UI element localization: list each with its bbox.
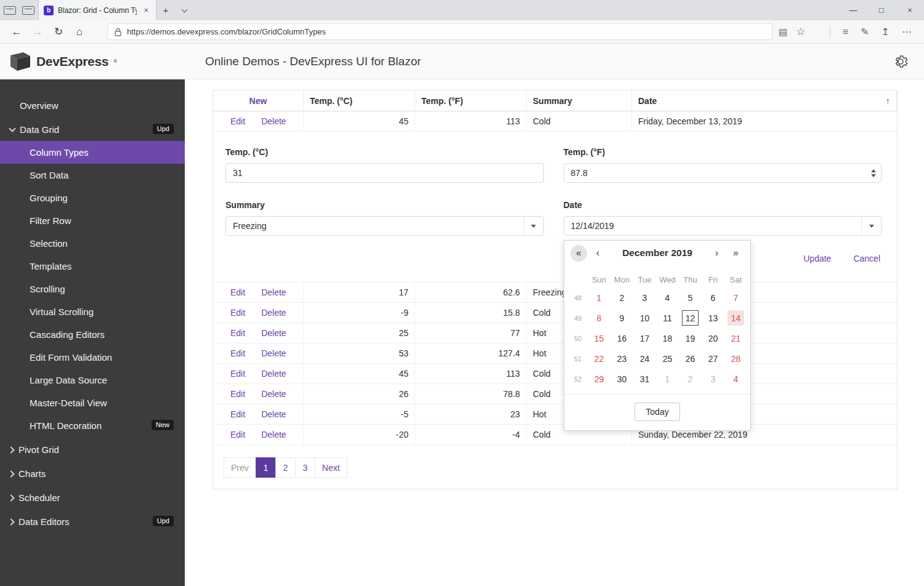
edit-link[interactable]: Edit [230,369,245,379]
calendar-day[interactable]: 1 [656,369,679,389]
sidebar-item-grouping[interactable]: Grouping [0,187,185,209]
calendar-day[interactable]: 11 [656,308,679,328]
calendar-day[interactable]: 24 [633,348,656,369]
prev-month-button[interactable]: ‹ [590,245,606,262]
calendar-day[interactable]: 2 [610,287,633,308]
pager-page-3[interactable]: 3 [295,457,315,478]
calendar-day[interactable]: 10 [633,308,656,328]
calendar-day[interactable]: 18 [656,328,679,348]
more-options-icon[interactable]: ⋯ [902,26,912,38]
calendar-day[interactable]: 7 [724,287,747,308]
date-dropdown-button[interactable] [861,217,881,235]
edit-link[interactable]: Edit [230,430,245,440]
sidebar-item-overview[interactable]: Overview [0,94,185,117]
sidebar-item-pivot-grid[interactable]: Pivot Grid [0,438,185,461]
sidebar-item-cascading-editors[interactable]: Cascading Editors [0,323,185,346]
tab-preview-icon[interactable] [4,6,16,15]
date-input[interactable]: 12/14/2019 [564,216,882,236]
update-button[interactable]: Update [803,254,831,263]
delete-link[interactable]: Delete [261,116,286,126]
calendar-day[interactable]: 6 [702,287,724,308]
favorite-star-icon[interactable]: ☆ [796,25,805,38]
window-close-button[interactable]: × [896,0,924,20]
home-button[interactable]: ⌂ [69,23,90,41]
calendar-day[interactable]: 9 [610,308,633,328]
sidebar-item-sort-data[interactable]: Sort Data [0,164,185,187]
delete-link[interactable]: Delete [261,308,286,318]
sidebar-item-charts[interactable]: Charts [0,462,185,485]
annotate-pen-icon[interactable]: ✎ [861,26,869,38]
new-tab-button[interactable]: + [156,0,175,20]
sidebar-item-edit-form-validation[interactable]: Edit Form Validation [0,346,185,369]
edit-link[interactable]: Edit [230,287,245,297]
forward-button[interactable]: → [27,23,48,41]
reading-view-icon[interactable]: ▤ [779,26,787,38]
edit-link[interactable]: Edit [230,116,245,126]
url-field[interactable]: https://demos.devexpress.com/blazor/Grid… [107,23,772,40]
edit-link[interactable]: Edit [230,308,245,318]
sidebar-item-data-editors[interactable]: Data Editors Upd [0,510,185,533]
calendar-day[interactable]: 4 [656,287,679,308]
sidebar-item-scheduler[interactable]: Scheduler [0,486,185,509]
calendar-day[interactable]: 19 [679,328,702,348]
gear-icon[interactable] [893,54,908,69]
pager-page-1[interactable]: 1 [256,457,276,478]
edit-link[interactable]: Edit [230,328,245,338]
calendar-day[interactable]: 29 [588,369,610,389]
set-tabs-aside-icon[interactable] [22,6,34,15]
delete-link[interactable]: Delete [261,409,286,419]
calendar-title[interactable]: December 2019 [609,247,706,259]
calendar-day[interactable]: 15 [588,328,610,348]
combo-dropdown-button[interactable] [524,217,543,235]
calendar-day[interactable]: 13 [702,308,724,328]
edit-link[interactable]: Edit [230,409,245,419]
delete-link[interactable]: Delete [261,389,286,399]
new-button[interactable]: New [249,96,267,106]
calendar-day[interactable]: 8 [588,308,610,328]
delete-link[interactable]: Delete [261,348,286,358]
delete-link[interactable]: Delete [261,328,286,338]
delete-link[interactable]: Delete [261,430,286,440]
edit-link[interactable]: Edit [230,348,245,358]
calendar-day[interactable]: 4 [724,369,747,389]
spin-down-icon[interactable] [871,174,876,177]
calendar-day[interactable]: 3 [702,369,724,389]
column-header-temp-f[interactable]: Temp. (°F) [415,90,527,111]
devexpress-logo[interactable]: DevExpress® [9,52,117,71]
edit-link[interactable]: Edit [230,389,245,399]
browser-tab[interactable]: b Blazor: Grid - Column Ty × [38,0,156,20]
sidebar-item-filter-row[interactable]: Filter Row [0,209,185,232]
calendar-day[interactable]: 23 [610,348,633,369]
sidebar-item-selection[interactable]: Selection [0,232,185,255]
sidebar-item-scrolling[interactable]: Scrolling [0,278,185,300]
back-button[interactable]: ← [6,23,27,41]
calendar-day[interactable]: 5 [679,287,702,308]
next-year-button[interactable]: » [727,245,744,262]
pager-prev[interactable]: Prev [224,457,256,478]
column-header-date[interactable]: Date ↑ [632,90,897,111]
calendar-day[interactable]: 17 [633,328,656,348]
sort-asc-icon[interactable]: ↑ [886,95,891,106]
calendar-day[interactable]: 28 [724,348,747,369]
delete-link[interactable]: Delete [261,369,286,379]
share-icon[interactable]: ↥ [881,26,890,38]
pager-next[interactable]: Next [315,457,347,478]
calendar-day[interactable]: 3 [633,287,656,308]
sidebar-item-templates[interactable]: Templates [0,255,185,278]
sidebar-item-large-data-source[interactable]: Large Data Source [0,369,185,391]
temp-c-input[interactable]: 31 [225,163,544,183]
window-maximize-button[interactable]: □ [867,0,896,20]
calendar-day[interactable]: 27 [702,348,724,369]
calendar-day[interactable]: 31 [633,369,656,389]
calendar-day[interactable]: 16 [610,328,633,348]
calendar-day-today[interactable]: 12 [679,308,702,328]
spin-up-icon[interactable] [871,169,876,172]
next-month-button[interactable]: › [708,245,725,262]
pager-page-2[interactable]: 2 [275,457,296,478]
column-header-temp-c[interactable]: Temp. (°C) [304,90,415,111]
prev-year-button[interactable]: « [570,245,587,262]
window-minimize-button[interactable]: — [839,0,867,20]
calendar-day[interactable]: 25 [656,348,679,369]
calendar-day[interactable]: 2 [679,369,702,389]
calendar-day[interactable]: 22 [588,348,610,369]
